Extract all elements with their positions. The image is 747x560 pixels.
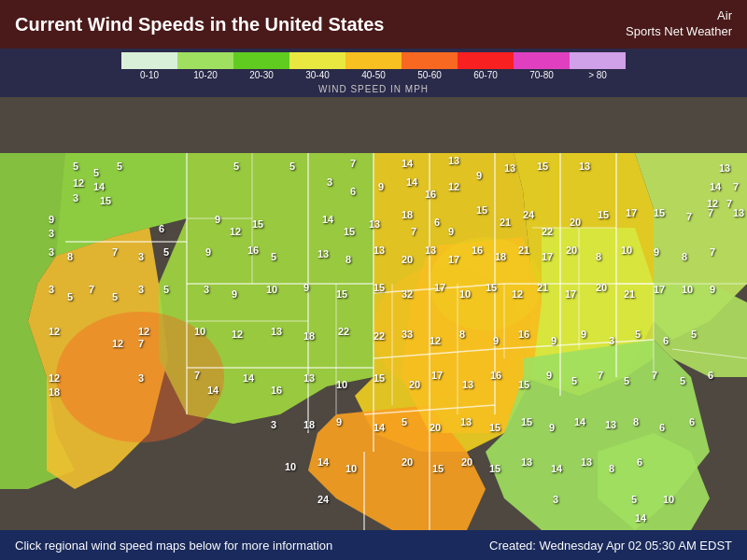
svg-text:13: 13 [460, 416, 472, 427]
legend-title: WIND SPEED IN MPH [318, 84, 429, 94]
svg-text:8: 8 [596, 251, 601, 262]
svg-text:6: 6 [637, 456, 642, 468]
svg-text:13: 13 [448, 155, 459, 166]
svg-text:5: 5 [271, 251, 276, 262]
brand: Air Sports Net Weather [626, 8, 732, 40]
svg-text:5: 5 [93, 167, 99, 178]
svg-text:5: 5 [571, 375, 577, 386]
svg-text:20: 20 [402, 456, 413, 468]
legend-segment: 10-20 [177, 52, 233, 80]
svg-text:6: 6 [434, 217, 440, 228]
svg-text:14: 14 [635, 512, 647, 524]
svg-text:22: 22 [542, 226, 553, 237]
svg-text:10: 10 [621, 245, 632, 256]
svg-text:14: 14 [574, 416, 586, 427]
svg-text:10: 10 [682, 284, 693, 295]
svg-text:14: 14 [710, 181, 722, 192]
svg-text:6: 6 [708, 370, 713, 381]
svg-text:8: 8 [682, 251, 687, 262]
svg-text:12: 12 [230, 226, 241, 237]
header: Current Wind Speeds in the United States… [0, 0, 747, 49]
legend-color-label: 10-20 [193, 70, 218, 80]
svg-text:6: 6 [663, 335, 669, 346]
svg-text:7: 7 [194, 370, 200, 381]
svg-text:16: 16 [490, 370, 501, 381]
svg-text:15: 15 [489, 422, 500, 433]
svg-text:5: 5 [67, 291, 73, 302]
svg-text:9: 9 [549, 422, 555, 433]
svg-text:10: 10 [194, 326, 205, 337]
footer: Click regional wind speed maps below for… [0, 530, 747, 560]
svg-text:13: 13 [733, 207, 744, 218]
svg-text:16: 16 [425, 189, 436, 200]
svg-text:6: 6 [159, 223, 164, 234]
svg-text:9: 9 [205, 246, 211, 258]
legend-color-label: 0-10 [140, 70, 159, 80]
svg-text:15: 15 [374, 372, 385, 384]
svg-text:12: 12 [73, 177, 84, 189]
svg-text:10: 10 [285, 461, 296, 472]
svg-text:17: 17 [434, 282, 445, 293]
svg-text:5: 5 [163, 284, 169, 295]
legend-segment: 20-30 [233, 52, 289, 80]
legend-color-swatch [121, 52, 177, 69]
brand-line2: Sports Net Weather [626, 24, 732, 38]
svg-text:8: 8 [609, 463, 614, 474]
svg-text:18: 18 [402, 209, 413, 220]
app: Current Wind Speeds in the United States… [0, 0, 747, 560]
svg-text:5: 5 [402, 416, 407, 427]
svg-text:7: 7 [138, 338, 144, 349]
svg-text:14: 14 [406, 176, 418, 188]
svg-text:10: 10 [266, 284, 277, 295]
svg-text:15: 15 [374, 282, 385, 293]
svg-text:5: 5 [112, 291, 118, 302]
svg-text:3: 3 [204, 284, 209, 295]
svg-text:3: 3 [138, 251, 144, 262]
legend-color-swatch [570, 52, 626, 69]
color-legend: 0-1010-2020-3030-4040-5050-6060-7070-80>… [121, 52, 626, 80]
svg-text:7: 7 [89, 284, 94, 295]
svg-text:21: 21 [537, 282, 548, 293]
svg-text:17: 17 [565, 288, 576, 300]
svg-text:12: 12 [512, 288, 523, 300]
svg-text:21: 21 [500, 217, 511, 228]
svg-text:3: 3 [609, 335, 614, 346]
svg-text:12: 12 [232, 329, 243, 340]
svg-text:3: 3 [138, 372, 144, 384]
svg-text:14: 14 [551, 463, 563, 474]
svg-text:14: 14 [322, 214, 334, 225]
svg-text:20: 20 [566, 245, 577, 256]
svg-text:12: 12 [430, 335, 441, 346]
svg-text:33: 33 [402, 329, 413, 340]
svg-text:12: 12 [448, 181, 459, 192]
map-container[interactable]: 5 5 5 12 14 3 15 5 5 7 14 13 3 6 9 14 16… [0, 97, 747, 530]
svg-text:15: 15 [518, 379, 529, 390]
footer-left-text[interactable]: Click regional wind speed maps below for… [15, 539, 332, 553]
svg-text:3: 3 [49, 284, 54, 295]
legend-bar: 0-1010-2020-3030-4040-5050-6060-7070-80>… [0, 49, 747, 97]
svg-text:32: 32 [402, 288, 413, 300]
svg-text:3: 3 [327, 176, 332, 188]
svg-text:5: 5 [691, 329, 697, 340]
svg-text:17: 17 [431, 370, 443, 381]
legend-segment: 50-60 [402, 52, 458, 80]
svg-text:17: 17 [448, 254, 459, 265]
legend-segment: > 80 [570, 52, 626, 80]
svg-text:16: 16 [472, 245, 483, 256]
svg-text:24: 24 [317, 494, 330, 505]
legend-segment: 0-10 [121, 52, 177, 80]
svg-text:18: 18 [303, 419, 315, 430]
svg-text:9: 9 [581, 329, 586, 340]
legend-color-swatch [177, 52, 233, 69]
svg-text:20: 20 [430, 422, 441, 433]
svg-text:20: 20 [461, 456, 472, 468]
svg-text:7: 7 [598, 370, 603, 381]
svg-text:7: 7 [350, 158, 356, 169]
svg-text:15: 15 [100, 195, 111, 206]
svg-text:7: 7 [710, 246, 715, 258]
svg-text:16: 16 [271, 385, 282, 396]
svg-text:10: 10 [345, 463, 357, 474]
svg-text:15: 15 [252, 218, 263, 230]
legend-segment: 60-70 [458, 52, 514, 80]
svg-text:12: 12 [138, 326, 149, 337]
